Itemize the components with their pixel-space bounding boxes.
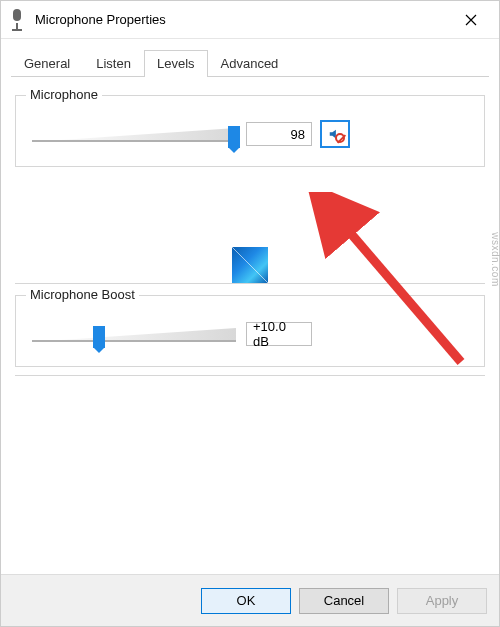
microphone-boost-group: Microphone Boost +10.0 dB bbox=[15, 295, 485, 367]
microphone-slider-thumb[interactable] bbox=[228, 126, 240, 148]
microphone-legend: Microphone bbox=[26, 87, 102, 102]
boost-row: +10.0 dB bbox=[30, 320, 470, 348]
mute-button[interactable] bbox=[320, 120, 350, 148]
button-bar: OK Cancel Apply bbox=[1, 574, 499, 626]
boost-value[interactable]: +10.0 dB bbox=[246, 322, 312, 346]
tab-advanced[interactable]: Advanced bbox=[208, 50, 292, 77]
microphone-group: Microphone 98 bbox=[15, 95, 485, 167]
close-button[interactable] bbox=[451, 1, 491, 39]
divider bbox=[15, 283, 485, 284]
divider-2 bbox=[15, 375, 485, 376]
microphone-value[interactable]: 98 bbox=[246, 122, 312, 146]
microphone-row: 98 bbox=[30, 120, 470, 148]
window: Microphone Properties General Listen Lev… bbox=[0, 0, 500, 627]
logo-icon bbox=[232, 247, 268, 283]
boost-legend: Microphone Boost bbox=[26, 287, 139, 302]
cancel-button[interactable]: Cancel bbox=[299, 588, 389, 614]
window-title: Microphone Properties bbox=[35, 12, 451, 27]
watermark: wsxdn.com bbox=[490, 232, 500, 287]
boost-slider-thumb[interactable] bbox=[93, 326, 105, 348]
microphone-icon bbox=[9, 9, 25, 31]
levels-panel: Microphone 98 Microphone bbox=[1, 77, 499, 574]
apply-button: Apply bbox=[397, 588, 487, 614]
tab-strip: General Listen Levels Advanced bbox=[1, 39, 499, 76]
titlebar: Microphone Properties bbox=[1, 1, 499, 39]
muted-badge-icon bbox=[335, 133, 345, 143]
microphone-slider[interactable] bbox=[30, 120, 238, 148]
boost-slider[interactable] bbox=[30, 320, 238, 348]
ok-button[interactable]: OK bbox=[201, 588, 291, 614]
tab-general[interactable]: General bbox=[11, 50, 83, 77]
tab-listen[interactable]: Listen bbox=[83, 50, 144, 77]
tab-levels[interactable]: Levels bbox=[144, 50, 208, 77]
